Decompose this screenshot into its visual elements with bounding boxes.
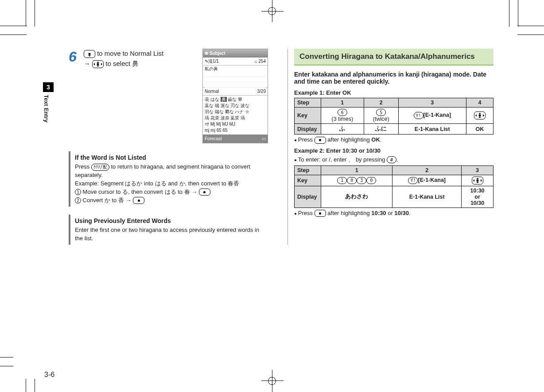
key-y-icon: Y! — [408, 177, 418, 184]
center-key-icon — [133, 197, 144, 204]
center-key-icon — [315, 210, 326, 217]
circled-1-icon: 1 — [75, 189, 81, 195]
example2-title: Example 2: Enter 10:30 or 10/30 — [294, 147, 493, 154]
example2-table: Step 1 2 3 Key 1030 Y![E-1-Kana] Display… — [294, 165, 493, 208]
dpad-all-icon — [474, 111, 486, 119]
step-number: 6 — [69, 49, 84, 143]
center-key-icon — [315, 137, 326, 144]
example2-prebullet: To enter: or /, enter 、 by pressing #. — [294, 156, 493, 164]
lead-text: Enter katakana and alphanumerics in kanj… — [294, 71, 493, 85]
key-5-icon: 5 — [376, 109, 386, 116]
key-y-icon: Y! — [414, 112, 424, 119]
left-column: 6 to move to Normal List → to select 鼻 ✉ — [69, 49, 268, 245]
example2-note: Press after highlighting 10:30 or 10/30. — [294, 210, 493, 217]
right-column: Converting Hiragana to Katakana/Alphanum… — [294, 49, 493, 245]
section-heading: Converting Hiragana to Katakana/Alphanum… — [294, 49, 493, 65]
step6-line1: to move to Normal List — [97, 50, 163, 57]
chapter-tab: 3 Text Entry — [43, 82, 54, 123]
dpad-down-icon — [84, 50, 95, 58]
dpad-all-icon — [472, 177, 483, 184]
page-number: 3-6 — [44, 371, 54, 379]
example1-title: Example 1: Enter OK — [294, 89, 493, 96]
phone-screenshot: ✉ Subject ✎漢1/1⌂ 254 私の鼻 Normal3/29 花 はな… — [202, 49, 268, 143]
key-1-icon: 1 — [337, 177, 347, 184]
key-6-icon: 6 — [338, 109, 347, 116]
clear-key-icon: ｸﾘｱ/配 — [91, 164, 109, 171]
arrow-icon: → — [84, 60, 90, 67]
example1-table: Step 1 2 3 4 Key 6(3 times) 5(twice) Y![… — [294, 98, 493, 135]
step6-line2: to select 鼻 — [105, 60, 139, 67]
example1-note: Press after highlighting OK. — [294, 136, 493, 144]
key-0-icon: 0 — [366, 177, 376, 184]
key-hash-icon: # — [387, 156, 396, 163]
center-key-icon — [199, 188, 210, 196]
note-previous-words: Using Previously Entered Words Enter the… — [69, 215, 268, 245]
chapter-number: 3 — [43, 82, 54, 92]
note2-title: Using Previously Entered Words — [75, 216, 268, 225]
dpad-all-icon — [92, 60, 104, 68]
note-if-not-listed: If the Word is Not Listed Press ｸﾘｱ/配 to… — [69, 151, 268, 207]
key-0-icon: 0 — [347, 177, 357, 184]
note1-title: If the Word is Not Listed — [75, 153, 268, 162]
column-divider — [288, 49, 288, 245]
key-3-icon: 3 — [357, 177, 366, 184]
chapter-label: Text Entry — [43, 92, 50, 123]
circled-2-icon: 2 — [75, 197, 81, 204]
